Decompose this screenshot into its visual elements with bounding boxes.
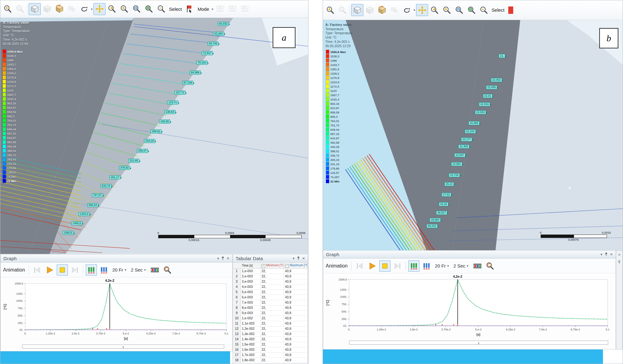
probe-annotation[interactable]: 22,005: [486, 85, 497, 89]
rotate-icon[interactable]: [78, 3, 90, 15]
table-cell[interactable]: 22,: [261, 311, 284, 316]
table-row[interactable]: 151,5e-00222,43,9: [233, 342, 308, 347]
select-label[interactable]: Select: [492, 7, 505, 13]
timeline-slider[interactable]: 1: [349, 341, 608, 345]
table-cell[interactable]: 22,: [261, 290, 284, 295]
table-row[interactable]: 44,e-00322,43,9: [233, 284, 308, 290]
table-row[interactable]: 11,e-00322,43,9: [233, 269, 308, 274]
play-button[interactable]: [44, 264, 55, 276]
table-cell[interactable]: 1,8e-002: [241, 358, 261, 363]
probe-annotation[interactable]: 32,26: [439, 202, 448, 206]
probe-annotation[interactable]: 189,81: [151, 129, 162, 133]
table-cell[interactable]: 4,e-003: [241, 284, 261, 289]
table-row[interactable]: 55,e-00322,43,9: [233, 290, 308, 295]
zoom-to-fit-icon[interactable]: [465, 4, 477, 16]
previous-zoom-icon[interactable]: [428, 4, 440, 16]
pan-icon[interactable]: [93, 3, 105, 15]
table-cell[interactable]: 6,e-003: [241, 295, 261, 300]
pin-icon[interactable]: ⊽: [618, 260, 621, 264]
panel-menu-icon[interactable]: ▾: [217, 256, 219, 260]
select-label[interactable]: Select: [169, 6, 182, 12]
table-cell[interactable]: 22,: [261, 295, 284, 300]
table-cell[interactable]: 22,: [261, 316, 284, 321]
panel-menu-icon[interactable]: ▾: [293, 256, 295, 260]
probe-annotation[interactable]: 60,032: [218, 22, 229, 26]
table-cell[interactable]: 43,9: [284, 353, 308, 358]
close-panel-icon[interactable]: ✕: [302, 256, 305, 260]
probe-annotation[interactable]: 22,507: [454, 153, 465, 157]
isometric-view-icon[interactable]: [29, 3, 41, 15]
zoom-in-2-icon[interactable]: [118, 3, 130, 15]
probe-annotation[interactable]: 22,002: [491, 78, 502, 82]
time-column-header[interactable]: Time [s]: [241, 264, 261, 268]
probe-annotation[interactable]: 27,92: [442, 193, 451, 197]
probe-annotation[interactable]: 219,18: [144, 139, 155, 143]
table-row[interactable]: 161,6e-00222,43,9: [233, 347, 308, 353]
dropdown-caret-icon[interactable]: ▾: [91, 7, 93, 11]
table-cell[interactable]: 1,2e-002: [241, 326, 261, 331]
table-cell[interactable]: 43,9: [284, 342, 308, 347]
table-cell[interactable]: 1,e-003: [241, 269, 261, 274]
probe-annotation[interactable]: 1590,6: [63, 231, 74, 235]
table-cell[interactable]: 5,e-003: [241, 290, 261, 295]
tabular-grid[interactable]: Time [s]✓Minimum [°C]✓Maximum [°C]11,e-0…: [233, 263, 308, 364]
frames-dropdown[interactable]: 20 Fr▾: [435, 263, 449, 268]
table-row[interactable]: 131,3e-00222,43,9: [233, 332, 308, 337]
pin-panel-icon[interactable]: [604, 252, 608, 257]
probe-annotation[interactable]: 39,527: [436, 211, 447, 215]
frames-dropdown[interactable]: 20 Fr▾: [112, 267, 127, 272]
probe-annotation[interactable]: 66,746: [208, 42, 219, 46]
probe-annotation[interactable]: 22,305: [458, 145, 469, 149]
probe-annotation[interactable]: 22,: [499, 54, 505, 58]
box-zoom-icon[interactable]: [130, 3, 142, 15]
table-cell[interactable]: 22,: [261, 358, 284, 363]
close-panel-icon[interactable]: ✕: [610, 252, 613, 256]
table-cell[interactable]: 22,: [261, 305, 284, 310]
table-row[interactable]: 101,e-00222,43,9: [233, 316, 308, 321]
table-cell[interactable]: 22,: [261, 353, 284, 358]
look-at-face-icon[interactable]: [53, 3, 65, 15]
probe-annotation[interactable]: 25,22: [444, 182, 454, 186]
duration-dropdown[interactable]: 2 Sec▾: [131, 267, 146, 272]
probe-annotation[interactable]: 22,033: [475, 110, 486, 114]
maximum-column-header[interactable]: ✓Maximum [°C]: [284, 263, 308, 268]
table-cell[interactable]: 22,: [261, 269, 284, 274]
checkbox-checked-icon[interactable]: ✓: [262, 264, 265, 268]
time-points-button[interactable]: [421, 260, 432, 272]
table-cell[interactable]: 1,1e-002: [241, 321, 261, 326]
table-row[interactable]: 33,e-00322,43,9: [233, 279, 308, 284]
probe-annotation[interactable]: 22,951: [451, 162, 462, 166]
table-cell[interactable]: 43,9: [284, 279, 308, 284]
table-cell[interactable]: 1,3e-002: [241, 332, 261, 337]
table-cell[interactable]: 43,9: [284, 326, 308, 331]
update-result-button[interactable]: [162, 264, 173, 276]
table-row[interactable]: 88,e-00322,43,9: [233, 305, 308, 311]
table-cell[interactable]: 43,9: [284, 290, 308, 295]
isometric-view-icon[interactable]: [351, 4, 363, 16]
table-cell[interactable]: 8,e-003: [241, 305, 261, 310]
table-row[interactable]: 99,e-00322,43,9: [233, 311, 308, 316]
zoom-in-icon[interactable]: [2, 3, 14, 15]
probe-annotation[interactable]: 22,066: [468, 121, 480, 125]
dropdown-caret-icon[interactable]: ▾: [414, 8, 415, 12]
checkbox-checked-icon[interactable]: ✓: [285, 264, 289, 268]
probe-annotation[interactable]: 49,964: [430, 218, 441, 222]
panel-menu-icon[interactable]: ▾: [600, 252, 602, 256]
pin-panel-icon[interactable]: [221, 256, 225, 261]
probe-annotation[interactable]: 22,104: [465, 129, 476, 133]
table-row[interactable]: 66,e-00322,43,9: [233, 295, 308, 300]
table-cell[interactable]: 22,: [261, 332, 284, 337]
zoom-to-fit-icon[interactable]: [143, 3, 155, 15]
table-row[interactable]: 181,8e-00222,43,9: [233, 358, 308, 363]
probe-annotation[interactable]: 1202,6: [79, 212, 90, 216]
table-cell[interactable]: 22,: [261, 337, 284, 342]
probe-annotation[interactable]: 1466,6: [71, 221, 82, 225]
table-cell[interactable]: 43,9: [284, 305, 308, 310]
table-cell[interactable]: 43,9: [284, 311, 308, 316]
table-row[interactable]: 121,2e-00222,43,9: [233, 326, 308, 332]
table-cell[interactable]: 22,: [261, 326, 284, 331]
probe-annotation[interactable]: 63,482: [213, 32, 224, 36]
select-mode-icon[interactable]: [506, 4, 518, 16]
table-cell[interactable]: 43,9: [284, 269, 308, 274]
export-video-button[interactable]: [149, 264, 160, 276]
